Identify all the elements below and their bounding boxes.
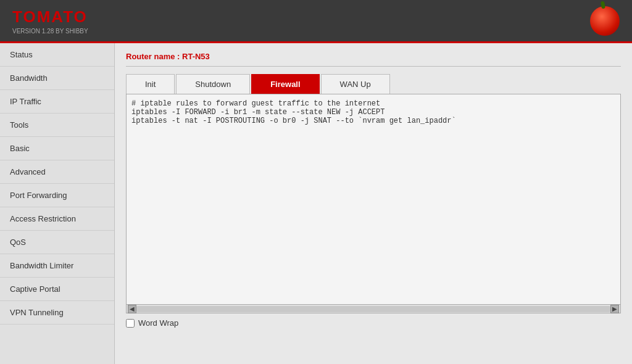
sidebar-item-qos[interactable]: QoS — [0, 231, 114, 254]
tab-init[interactable]: Init — [126, 74, 175, 94]
sidebar-item-captive-portal[interactable]: Captive Portal — [0, 278, 114, 301]
sidebar-item-bandwidth-limiter[interactable]: Bandwidth Limiter — [0, 254, 114, 278]
tab-wan-up[interactable]: WAN Up — [321, 74, 390, 94]
sidebar-item-tools[interactable]: Tools — [0, 114, 114, 137]
sidebar-item-ip-traffic[interactable]: IP Traffic — [0, 90, 114, 114]
tab-shutdown[interactable]: Shutdown — [176, 74, 250, 94]
logo: TOMATO VERSION 1.28 BY SHIBBY — [12, 7, 88, 35]
router-name-label: Router name : — [126, 52, 180, 61]
sidebar-item-advanced[interactable]: Advanced — [0, 160, 114, 184]
router-name-bar: Router name : RT-N53 — [126, 52, 621, 67]
header: TOMATO VERSION 1.28 BY SHIBBY — [0, 0, 632, 43]
scroll-right-button[interactable]: ▶ — [610, 305, 619, 313]
script-editor-wrapper: ◀ ▶ — [126, 94, 621, 313]
sidebar-item-status[interactable]: Status — [0, 43, 114, 67]
scrollbar-track — [136, 306, 610, 312]
router-name-value: RT-N53 — [182, 52, 210, 61]
word-wrap-checkbox[interactable] — [126, 319, 135, 328]
tab-firewall[interactable]: Firewall — [251, 74, 319, 94]
content-area: Router name : RT-N53 InitShutdownFirewal… — [115, 43, 632, 364]
app-version: VERSION 1.28 BY SHIBBY — [12, 28, 88, 35]
sidebar-item-bandwidth[interactable]: Bandwidth — [0, 67, 114, 90]
tabs-bar: InitShutdownFirewallWAN Up — [126, 74, 621, 94]
word-wrap-row: Word Wrap — [126, 318, 621, 328]
script-textarea[interactable] — [127, 94, 620, 304]
sidebar-item-vpn-tunneling[interactable]: VPN Tunneling — [0, 301, 114, 325]
tomato-icon — [590, 6, 620, 36]
sidebar-item-access-restriction[interactable]: Access Restriction — [0, 207, 114, 231]
sidebar-item-basic[interactable]: Basic — [0, 137, 114, 160]
scroll-left-button[interactable]: ◀ — [128, 305, 136, 313]
word-wrap-label[interactable]: Word Wrap — [138, 318, 178, 328]
app-title: TOMATO — [12, 7, 88, 27]
sidebar: StatusBandwidthIP TrafficToolsBasicAdvan… — [0, 43, 115, 364]
main-layout: StatusBandwidthIP TrafficToolsBasicAdvan… — [0, 43, 632, 364]
horizontal-scrollbar: ◀ ▶ — [127, 304, 620, 313]
sidebar-item-port-forwarding[interactable]: Port Forwarding — [0, 184, 114, 207]
